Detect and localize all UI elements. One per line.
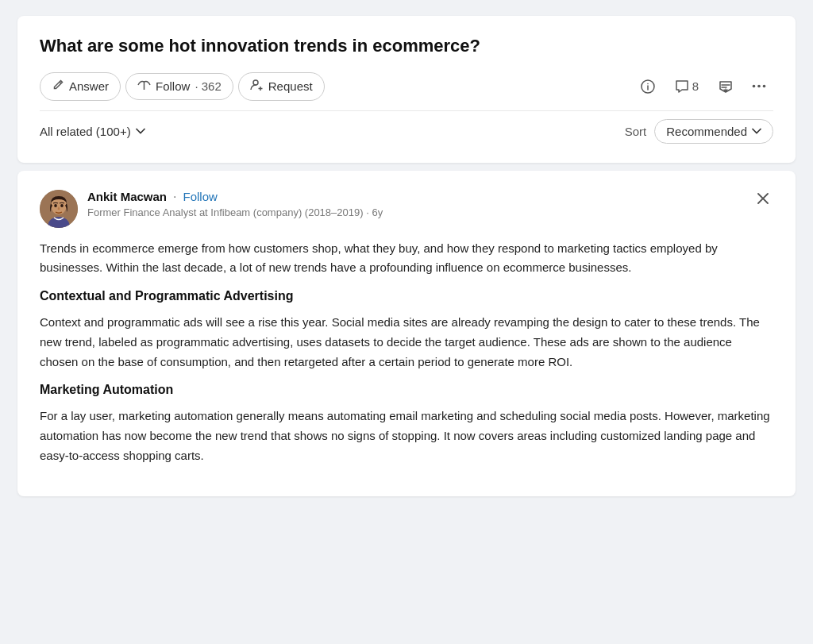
- svg-point-5: [763, 85, 766, 88]
- pencil-icon: [52, 79, 64, 94]
- answer-section1-heading: Contextual and Programmatic Advertising: [40, 289, 773, 303]
- request-label: Request: [268, 79, 313, 93]
- filter-bar: All related (100+) Sort Recommended: [40, 118, 773, 147]
- all-related-label: All related (100+): [40, 125, 131, 138]
- request-button[interactable]: Request: [238, 72, 325, 101]
- follow-count: · 362: [195, 79, 221, 93]
- action-bar: Answer Follow · 362: [40, 72, 773, 101]
- svg-point-2: [647, 83, 649, 84]
- request-icon: [250, 79, 264, 94]
- answer-card: Ankit Macwan · Follow Former Finance Ana…: [17, 171, 796, 496]
- svg-point-8: [54, 204, 57, 207]
- divider: [40, 110, 773, 111]
- all-related-filter[interactable]: All related (100+): [40, 125, 145, 138]
- author-follow-link[interactable]: Follow: [183, 190, 217, 203]
- author-name-row: Ankit Macwan · Follow: [87, 190, 383, 204]
- svg-point-4: [757, 85, 761, 88]
- answer-section2-text: For a lay user, marketing automation gen…: [40, 407, 773, 465]
- follow-button[interactable]: Follow · 362: [125, 73, 233, 100]
- question-title: What are some hot innovation trends in e…: [40, 35, 773, 58]
- info-button[interactable]: [634, 72, 662, 101]
- answer-label: Answer: [69, 79, 109, 93]
- sort-label: Sort: [625, 125, 647, 138]
- dot-separator: ·: [173, 190, 176, 204]
- svg-point-3: [753, 85, 756, 88]
- filter-right: Sort Recommended: [625, 119, 773, 144]
- avatar-image: [40, 190, 78, 228]
- answer-section1-text: Context and programmatic ads will see a …: [40, 313, 773, 372]
- answer-button[interactable]: Answer: [40, 72, 121, 101]
- recommended-label: Recommended: [666, 125, 747, 138]
- answer-intro-text: Trends in ecommerce emerge from how cust…: [40, 239, 773, 279]
- sort-button[interactable]: Recommended: [654, 119, 773, 144]
- avatar: [40, 190, 78, 228]
- follow-icon: [137, 79, 151, 94]
- svg-point-9: [60, 204, 64, 207]
- question-card: What are some hot innovation trends in e…: [17, 16, 796, 163]
- svg-point-0: [253, 80, 258, 85]
- close-button[interactable]: [753, 190, 773, 210]
- author-details: Ankit Macwan · Follow Former Finance Ana…: [87, 190, 383, 218]
- more-button[interactable]: [745, 72, 773, 101]
- answer-header: Ankit Macwan · Follow Former Finance Ana…: [40, 190, 773, 228]
- page-container: What are some hot innovation trends in e…: [17, 16, 796, 496]
- comment-button[interactable]: 8: [667, 75, 707, 98]
- comment-count: 8: [692, 79, 699, 93]
- author-info: Ankit Macwan · Follow Former Finance Ana…: [40, 190, 383, 228]
- author-name: Ankit Macwan: [87, 190, 167, 203]
- chevron-down-icon: [136, 128, 145, 134]
- sort-chevron-icon: [752, 128, 761, 134]
- author-meta: Former Finance Analyst at Infibeam (comp…: [87, 206, 383, 218]
- follow-label: Follow: [156, 79, 190, 93]
- close-icon: [757, 193, 769, 204]
- downvote-button[interactable]: [711, 72, 740, 101]
- answer-section2-heading: Marketing Automation: [40, 383, 773, 397]
